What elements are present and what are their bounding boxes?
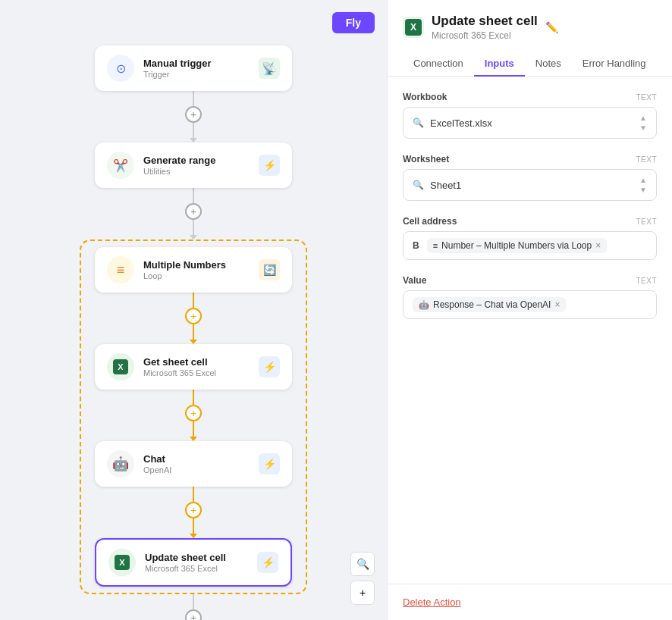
chip-openai-icon: 🤖 — [419, 300, 429, 310]
connector-loop-2: + — [185, 390, 202, 441]
value-label: Value — [403, 275, 426, 286]
fly-button[interactable]: Fly — [332, 12, 375, 33]
node-title: Manual trigger — [143, 58, 212, 69]
node-multiple-numbers[interactable]: ≡ Multiple Numbers Loop 🔄 — [95, 247, 292, 293]
zoom-search-button[interactable]: 🔍 — [350, 552, 375, 576]
workbook-label-row: Workbook TEXT — [403, 92, 657, 102]
node-subtitle: Utilities — [143, 167, 215, 176]
cell-prefix: B — [413, 240, 419, 251]
connector-after-loop: + — [185, 594, 202, 620]
node-title: Multiple Numbers — [143, 259, 226, 271]
worksheet-search-icon: 🔍 — [413, 180, 424, 190]
add-button-loop-3[interactable]: + — [185, 502, 202, 518]
value-chip: 🤖 Response – Chat via OpenAI × — [413, 297, 566, 312]
node-title: Generate range — [143, 155, 215, 166]
node-subtitle: Microsoft 365 Excel — [145, 564, 226, 573]
workbook-search-icon: 🔍 — [413, 117, 424, 128]
worksheet-stepper[interactable]: ▲ ▼ — [639, 176, 647, 194]
chip-list-icon: ≡ — [433, 241, 438, 250]
connector-loop-3: + — [185, 487, 202, 538]
cell-address-chip: ≡ Number – Multiple Numbers via Loop × — [427, 238, 608, 253]
node-badge-generate: ⚡ — [259, 155, 280, 176]
chip-close-cell[interactable]: × — [595, 240, 601, 251]
workbook-label: Workbook — [403, 92, 447, 102]
field-cell-address: Cell address TEXT B ≡ Number – Multiple … — [403, 216, 657, 260]
node-text: Generate range Utilities — [143, 155, 215, 176]
value-type: TEXT — [636, 277, 657, 285]
value-input[interactable]: 🤖 Response – Chat via OpenAI × — [403, 290, 657, 319]
worksheet-label-row: Worksheet TEXT — [403, 154, 657, 164]
workbook-input[interactable] — [430, 117, 633, 129]
loop-icon: ≡ — [107, 256, 134, 283]
panel-title: Update sheet cell — [432, 14, 538, 29]
node-chat[interactable]: 🤖 Chat OpenAI ⚡ — [95, 441, 292, 487]
chip-text: Number – Multiple Numbers via Loop — [441, 240, 592, 251]
bottom-controls: 🔍 + — [350, 552, 375, 605]
canvas-area: Fly ⊙ Manual trigger Trigger 📡 + — [0, 0, 387, 620]
node-title: Chat — [143, 453, 171, 465]
tab-error-handling[interactable]: Error Handling — [572, 52, 657, 77]
connector-2: + — [185, 188, 202, 240]
delete-action[interactable]: Delete Action — [388, 584, 672, 620]
node-badge-chat: ⚡ — [259, 453, 280, 474]
panel-body: Workbook TEXT 🔍 ▲ ▼ Worksheet TEXT 🔍 — [388, 77, 672, 584]
panel-title-row: X Update sheet cell Microsoft 365 Excel … — [403, 14, 657, 41]
worksheet-input-wrapper[interactable]: 🔍 ▲ ▼ — [403, 169, 657, 201]
add-button-after-loop[interactable]: + — [185, 609, 202, 620]
value-chip-text: Response – Chat via OpenAI — [433, 299, 551, 310]
tab-inputs[interactable]: Inputs — [474, 52, 525, 77]
add-button-loop-1[interactable]: + — [185, 308, 202, 324]
workbook-input-wrapper[interactable]: 🔍 ▲ ▼ — [403, 107, 657, 139]
cell-address-label: Cell address — [403, 216, 457, 227]
add-button-1[interactable]: + — [185, 106, 202, 123]
zoom-plus-button[interactable]: + — [350, 581, 375, 605]
workbook-stepper[interactable]: ▲ ▼ — [639, 114, 647, 132]
trigger-icon: ⊙ — [107, 55, 134, 82]
node-badge-get: ⚡ — [259, 356, 280, 377]
connector-1: + — [185, 91, 202, 142]
workbook-type: TEXT — [636, 93, 657, 102]
node-title: Update sheet cell — [145, 552, 226, 563]
cell-address-type: TEXT — [636, 218, 657, 226]
tab-connection[interactable]: Connection — [403, 52, 474, 77]
node-update-sheet-cell[interactable]: X Update sheet cell Microsoft 365 Excel … — [95, 538, 292, 587]
node-subtitle: Microsoft 365 Excel — [143, 368, 216, 377]
node-subtitle: OpenAI — [143, 465, 171, 474]
node-text: Manual trigger Trigger — [143, 58, 212, 79]
edit-icon[interactable]: ✏️ — [545, 21, 558, 33]
node-text: Get sheet cell Microsoft 365 Excel — [143, 356, 216, 377]
cell-address-input[interactable]: B ≡ Number – Multiple Numbers via Loop × — [403, 231, 657, 260]
node-badge-loop: 🔄 — [259, 259, 280, 280]
panel-header: X Update sheet cell Microsoft 365 Excel … — [388, 0, 672, 77]
excel-icon-get: X — [107, 353, 134, 380]
node-title: Get sheet cell — [143, 356, 216, 368]
field-value: Value TEXT 🤖 Response – Chat via OpenAI … — [403, 275, 657, 319]
worksheet-label: Worksheet — [403, 154, 449, 164]
node-badge-trigger: 📡 — [259, 58, 280, 79]
right-panel: X Update sheet cell Microsoft 365 Excel … — [387, 0, 672, 620]
node-manual-trigger[interactable]: ⊙ Manual trigger Trigger 📡 — [95, 45, 292, 91]
field-worksheet: Worksheet TEXT 🔍 ▲ ▼ — [403, 154, 657, 201]
add-button-2[interactable]: + — [185, 203, 202, 220]
field-workbook: Workbook TEXT 🔍 ▲ ▼ — [403, 92, 657, 139]
node-subtitle: Loop — [143, 271, 226, 280]
panel-excel-icon: X — [403, 17, 424, 38]
worksheet-input[interactable] — [430, 180, 633, 191]
node-text: Update sheet cell Microsoft 365 Excel — [145, 552, 226, 573]
excel-icon-update: X — [108, 549, 136, 576]
node-get-sheet-cell[interactable]: X Get sheet cell Microsoft 365 Excel ⚡ — [95, 344, 292, 390]
cell-address-label-row: Cell address TEXT — [403, 216, 657, 227]
tab-notes[interactable]: Notes — [525, 52, 572, 77]
node-subtitle: Trigger — [143, 70, 212, 79]
openai-icon: 🤖 — [107, 450, 134, 478]
node-generate-range[interactable]: ✂️ Generate range Utilities ⚡ — [95, 142, 292, 188]
tabs-row: Connection Inputs Notes Error Handling — [403, 52, 657, 76]
panel-title-text: Update sheet cell Microsoft 365 Excel — [432, 14, 538, 41]
chip-close-value[interactable]: × — [554, 299, 560, 310]
connector-loop-1: + — [185, 293, 202, 344]
add-button-loop-2[interactable]: + — [185, 405, 202, 421]
loop-wrapper: ≡ Multiple Numbers Loop 🔄 + — [72, 240, 315, 594]
node-text: Chat OpenAI — [143, 453, 171, 474]
panel-subtitle: Microsoft 365 Excel — [432, 30, 538, 41]
value-label-row: Value TEXT — [403, 275, 657, 286]
